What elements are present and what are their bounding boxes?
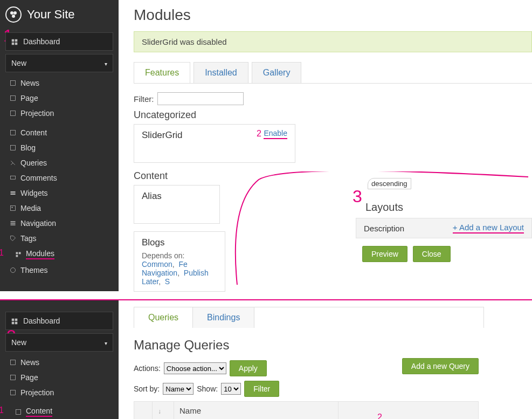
status-notice: SliderGrid was disabled: [134, 31, 532, 52]
svg-rect-27: [15, 322, 18, 325]
sidebar-item-blog[interactable]: Blog: [0, 140, 119, 155]
col-name: Name: [174, 402, 338, 420]
actions-label: Actions:: [134, 364, 161, 373]
tab-features[interactable]: Features: [134, 62, 190, 83]
svg-rect-11: [11, 146, 16, 150]
filter-button[interactable]: Filter: [244, 381, 279, 397]
close-button[interactable]: Close: [413, 246, 451, 262]
annotation-2c: 2: [377, 413, 382, 419]
chevron-down-icon: ▾: [105, 340, 107, 346]
descending-label: descending: [368, 178, 411, 189]
svg-point-1: [13, 11, 17, 15]
sidebar-item-tags[interactable]: Tags: [0, 231, 119, 246]
actions-select[interactable]: Choose action...: [164, 362, 226, 374]
show-select[interactable]: 10: [221, 383, 241, 395]
svg-rect-13: [11, 191, 16, 193]
svg-rect-5: [12, 43, 15, 45]
show-label: Show:: [197, 384, 218, 393]
sidebar-item-themes[interactable]: Themes: [0, 263, 119, 278]
sidebar-new-button[interactable]: New ▾: [5, 54, 113, 72]
svg-rect-6: [15, 43, 18, 45]
svg-rect-21: [19, 252, 21, 254]
apply-button[interactable]: Apply: [230, 360, 267, 376]
sidebar-new-news[interactable]: News: [0, 75, 119, 91]
sidebar-item-modules[interactable]: 1 Modules: [0, 246, 119, 263]
tab-installed[interactable]: Installed: [194, 62, 248, 83]
svg-rect-25: [15, 319, 18, 321]
svg-rect-15: [11, 206, 16, 211]
svg-rect-20: [16, 252, 18, 254]
sidebar-item-content[interactable]: Content: [0, 125, 119, 140]
site-brand[interactable]: Your Site: [0, 0, 119, 29]
annotation-3: 3: [353, 187, 362, 207]
svg-point-23: [11, 268, 16, 273]
svg-rect-9: [11, 111, 16, 116]
sidebar-new-projection[interactable]: Projection: [0, 106, 119, 121]
dep-link[interactable]: Navigation: [142, 269, 177, 277]
dep-link[interactable]: S: [165, 277, 170, 286]
modules-main: Modules SliderGrid was disabled Features…: [119, 0, 532, 299]
svg-point-16: [11, 207, 12, 208]
sidebar-dashboard-button[interactable]: Dashboard: [5, 32, 113, 51]
sidebar-bottom: Dashboard 2 New ▾ News Page Projection 1…: [0, 300, 119, 419]
modules-tabs: Features Installed Gallery: [134, 62, 532, 84]
sidebar-item-navigation[interactable]: Navigation: [0, 216, 119, 231]
add-layout-link[interactable]: + Add a new Layout: [453, 223, 524, 233]
feature-name: Alias: [142, 191, 162, 201]
svg-rect-31: [16, 409, 21, 414]
sort-arrow-icon[interactable]: ↓: [158, 408, 161, 415]
feature-enable-link[interactable]: Enable: [264, 129, 287, 139]
filter-input[interactable]: [157, 92, 244, 105]
sidebar-item-queries[interactable]: Queries: [0, 155, 119, 170]
svg-rect-10: [11, 130, 16, 135]
sidebar-new-news-2[interactable]: News: [0, 355, 119, 370]
add-query-button[interactable]: Add a new Query: [402, 358, 479, 374]
svg-point-0: [10, 11, 13, 15]
preview-button[interactable]: Preview: [362, 246, 407, 262]
annotation-1b: 1: [0, 248, 4, 258]
feature-card-alias: Alias: [134, 185, 220, 224]
sortby-label: Sort by:: [134, 384, 160, 393]
svg-rect-14: [11, 194, 16, 195]
tab-queries[interactable]: Queries: [134, 307, 193, 328]
queries-tabs: Queries Bindings: [134, 307, 484, 328]
sidebar-dashboard-button-2[interactable]: Dashboard: [5, 312, 113, 330]
site-logo-icon: [5, 6, 22, 23]
svg-rect-3: [12, 39, 15, 42]
layouts-header-bar: Description + Add a new Layout: [356, 218, 532, 238]
tab-bindings[interactable]: Bindings: [193, 307, 254, 328]
sidebar-top: Your Site 1 Dashboard New ▾ News Page Pr…: [0, 0, 119, 291]
svg-rect-8: [11, 96, 16, 101]
dep-link[interactable]: Common: [142, 260, 172, 269]
svg-rect-30: [11, 390, 16, 395]
sidebar-new-page-2[interactable]: Page: [0, 370, 119, 385]
dep-link[interactable]: Fe: [178, 260, 187, 269]
sidebar-item-comments[interactable]: Comments: [0, 170, 119, 186]
sidebar-item-media[interactable]: Media: [0, 201, 119, 216]
svg-rect-12: [11, 176, 16, 179]
sortby-select[interactable]: Name: [163, 383, 194, 395]
feature-card-slidergrid: SliderGrid 2 Enable: [134, 124, 295, 163]
svg-rect-29: [11, 375, 16, 380]
annotation-1c: 1: [0, 406, 4, 415]
sidebar-new-page[interactable]: Page: [0, 91, 119, 106]
new-label: New: [11, 59, 26, 67]
queries-main: Queries Bindings Manage Queries Actions:…: [119, 300, 532, 419]
sidebar-item-widgets[interactable]: Widgets: [0, 186, 119, 201]
tab-gallery[interactable]: Gallery: [252, 62, 302, 83]
svg-rect-17: [11, 221, 16, 222]
depends-label: Depends on:: [142, 251, 184, 260]
svg-rect-28: [11, 360, 16, 365]
sidebar-new-button-2[interactable]: New ▾: [5, 333, 113, 352]
new-label: New: [11, 338, 26, 347]
dashboard-label: Dashboard: [23, 317, 60, 325]
layouts-col-description: Description: [364, 224, 404, 233]
svg-rect-4: [15, 39, 18, 42]
feature-card-blogs: Blogs Depends on: Common, Fe Navigation,…: [134, 231, 225, 292]
svg-rect-7: [11, 81, 16, 86]
site-title: Your Site: [27, 8, 74, 22]
sidebar-item-content-2[interactable]: 1 Content: [0, 403, 119, 419]
queries-table: ↓ Name LastNews 2 Properties | Edit | De…: [134, 401, 479, 419]
sidebar-new-projection-2[interactable]: Projection: [0, 385, 119, 400]
svg-rect-26: [12, 322, 15, 325]
